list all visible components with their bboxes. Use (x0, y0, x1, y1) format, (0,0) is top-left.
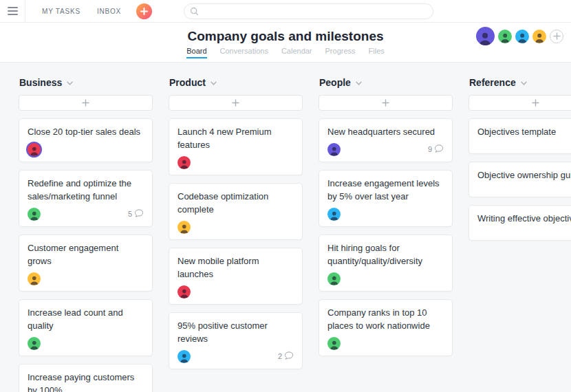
assignee-avatar (28, 272, 41, 285)
comment-bubble-icon (284, 351, 294, 362)
task-card[interactable]: Customer engagement grows (19, 235, 153, 292)
task-card[interactable]: Objectives template (468, 118, 571, 154)
hamburger-icon (8, 7, 18, 15)
tab-files[interactable]: Files (369, 47, 385, 58)
comment-bubble-icon (134, 208, 144, 219)
search-bar[interactable] (184, 3, 433, 19)
view-tabs: BoardConversationsCalendarProgressFiles (0, 47, 571, 58)
assignee-avatar (177, 156, 191, 169)
comment-indicator: 5 (128, 208, 144, 219)
task-card-title: Objective ownership guide (477, 168, 571, 182)
column-header[interactable]: Business (19, 77, 153, 88)
add-card-button[interactable] (468, 95, 571, 111)
plus-icon (232, 97, 239, 109)
comment-count: 9 (428, 146, 432, 153)
assignee-avatar (327, 208, 341, 221)
column-title: Product (169, 77, 206, 88)
project-header: Company goals and milestones BoardConver… (0, 23, 571, 63)
search-input[interactable] (203, 7, 427, 15)
task-card-footer (28, 272, 144, 285)
task-card-footer (177, 220, 294, 234)
column-header[interactable]: People (319, 77, 453, 88)
column-header[interactable]: Reference (468, 77, 571, 88)
plus-icon (532, 97, 539, 109)
comment-indicator: 2 (278, 351, 294, 362)
task-card-title: Customer engagement grows (28, 241, 144, 268)
assignee-avatar (177, 221, 191, 234)
sidebar-toggle-button[interactable] (0, 0, 25, 22)
card-list: Objectives templateObjective ownership g… (468, 118, 571, 241)
column-title: Reference (469, 77, 516, 88)
card-list: New headquarters secured9Increase engage… (319, 118, 453, 356)
task-card[interactable]: Increase engagement levels by 5% over la… (319, 170, 453, 227)
assignee-avatar (327, 143, 341, 156)
task-card[interactable]: Objective ownership guide (468, 162, 571, 197)
task-card-title: Hit hiring goals for quantity/quality/di… (327, 241, 444, 268)
task-card[interactable]: Launch 4 new Premium features (169, 118, 303, 175)
task-card[interactable]: Writing effective objectives (468, 205, 571, 241)
task-card-footer (327, 336, 444, 350)
column-title: Business (19, 77, 62, 88)
tab-calendar[interactable]: Calendar (281, 47, 312, 58)
add-card-button[interactable] (319, 95, 453, 111)
column-title: People (319, 77, 351, 88)
card-list: Launch 4 new Premium featuresCodebase op… (169, 118, 303, 369)
task-card-footer (177, 155, 294, 169)
search-icon (190, 7, 199, 16)
avatar[interactable] (498, 30, 512, 43)
assignee-avatar (177, 285, 191, 298)
assignee-avatar (177, 350, 191, 363)
plus-icon (382, 97, 389, 109)
add-member-button[interactable] (550, 30, 563, 43)
task-card[interactable]: New mobile platform launches (169, 248, 303, 305)
board-column-people: PeopleNew headquarters secured9Increase … (319, 77, 453, 392)
tab-board[interactable]: Board (186, 47, 206, 58)
task-card-title: 95% positive customer reviews (177, 319, 294, 345)
task-card-footer (28, 142, 144, 156)
board-column-product: ProductLaunch 4 new Premium featuresCode… (169, 77, 303, 392)
column-header[interactable]: Product (169, 77, 303, 88)
avatar[interactable] (476, 27, 495, 45)
task-card-title: Writing effective objectives (477, 212, 571, 225)
chevron-down-icon (67, 81, 73, 85)
task-card-footer (327, 272, 444, 285)
task-card-title: Increase engagement levels by 5% over la… (327, 177, 444, 203)
chevron-down-icon (211, 81, 217, 85)
board-column-business: BusinessClose 20 top-tier sales dealsRed… (19, 77, 153, 392)
assignee-avatar (28, 143, 41, 156)
task-card-footer: 5 (28, 207, 144, 221)
task-card[interactable]: Close 20 top-tier sales deals (19, 118, 153, 162)
task-card-title: Close 20 top-tier sales deals (28, 125, 144, 138)
task-card[interactable]: Hit hiring goals for quantity/quality/di… (319, 235, 453, 292)
comment-indicator: 9 (428, 144, 444, 155)
task-card[interactable]: 95% positive customer reviews2 (169, 312, 303, 369)
task-card-title: Company ranks in top 10 places to work n… (327, 306, 444, 332)
comment-bubble-icon (434, 144, 444, 155)
quick-add-button[interactable] (136, 3, 152, 19)
add-card-button[interactable] (169, 95, 303, 111)
task-card-title: Increase lead count and quality (28, 306, 144, 332)
assignee-avatar (28, 337, 41, 350)
tab-progress[interactable]: Progress (325, 47, 356, 58)
avatar[interactable] (532, 30, 546, 43)
task-card[interactable]: Codebase optimization complete (169, 183, 303, 240)
task-card[interactable]: Increase paying customers by 100% (19, 364, 153, 392)
nav-my-tasks[interactable]: MY TASKS (42, 8, 80, 15)
tab-conversations[interactable]: Conversations (220, 47, 268, 58)
nav-inbox[interactable]: INBOX (97, 8, 121, 15)
task-card[interactable]: Company ranks in top 10 places to work n… (319, 299, 453, 356)
assignee-avatar (28, 208, 41, 221)
member-avatars (476, 27, 563, 45)
task-card-title: Codebase optimization complete (177, 190, 294, 216)
avatar[interactable] (515, 30, 529, 43)
task-card-footer: 9 (327, 142, 444, 156)
chevron-down-icon (356, 81, 362, 85)
task-card-title: New headquarters secured (327, 125, 444, 138)
task-card-title: Objectives template (477, 125, 571, 138)
task-card[interactable]: New headquarters secured9 (319, 118, 453, 162)
add-card-button[interactable] (19, 95, 153, 111)
task-card[interactable]: Redefine and optimize the sales/marketin… (19, 170, 153, 227)
card-list: Close 20 top-tier sales dealsRedefine an… (19, 118, 153, 392)
task-card[interactable]: Increase lead count and quality (19, 299, 153, 356)
board: BusinessClose 20 top-tier sales dealsRed… (0, 63, 571, 392)
